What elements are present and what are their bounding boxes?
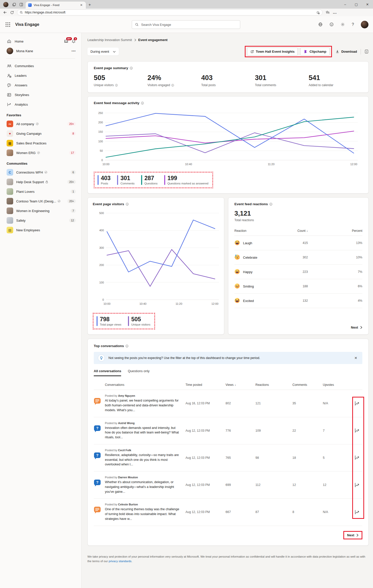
sidebar-item-storylines[interactable]: Storylines: [0, 90, 81, 100]
community-avatar: [7, 188, 13, 195]
back-icon[interactable]: [3, 10, 7, 14]
town-hall-event-insights-button[interactable]: Town Hall Event Insights: [247, 48, 298, 55]
col-percent[interactable]: Percent: [308, 229, 362, 233]
globe-icon[interactable]: [318, 22, 323, 27]
conversation-text[interactable]: At today's panel, we heard compelling ar…: [105, 398, 181, 412]
info-icon[interactable]: [141, 102, 144, 105]
info-icon[interactable]: [130, 67, 133, 70]
sidebar-item-home[interactable]: Home 20+ 3: [0, 36, 81, 46]
sidebar-item-analytics[interactable]: Analytics: [0, 100, 81, 109]
communities-item-new-employees[interactable]: ▤New Employees: [0, 225, 81, 235]
favorites-item-giving-campaign[interactable]: ♥Giving Campaign8: [0, 129, 81, 138]
communities-item-connections-wfh[interactable]: CConnections WFH 6: [0, 167, 81, 177]
communities-item-contoso-team-ux-desig[interactable]: Contoso Team UX (Desig... 20+: [0, 196, 81, 206]
community-label: Help Desk Support: [16, 180, 64, 184]
post-analytics-icon[interactable]: [354, 401, 362, 406]
conversation-text[interactable]: Resilience, adaptability, curiosity—so m…: [105, 453, 181, 467]
upvotes-value: N/A: [323, 510, 352, 514]
col-upvotes[interactable]: Upvotes: [323, 383, 352, 387]
upvotes-value: 12: [323, 483, 352, 487]
user-avatar[interactable]: [361, 21, 368, 28]
conversation-text[interactable]: Innovation often demands speed and inten…: [105, 426, 181, 440]
col-reaction[interactable]: Reaction: [234, 229, 283, 233]
svg-text:150: 150: [98, 130, 103, 133]
svg-text:?: ?: [96, 453, 98, 457]
sidebar-panel-icon[interactable]: [20, 3, 23, 6]
sort-desc-icon: ↓: [234, 383, 236, 387]
info-icon[interactable]: [269, 203, 272, 206]
browser-tab[interactable]: Viva Engage - Feed ✕: [26, 2, 86, 9]
info-icon[interactable]: [115, 84, 118, 87]
col-conversations[interactable]: Conversations: [105, 383, 185, 387]
unread-badge: 12: [69, 218, 76, 222]
clipchamp-button[interactable]: Clipchamp: [300, 48, 329, 55]
browser-profile-avatar[interactable]: [3, 2, 9, 7]
tab-close-icon[interactable]: ✕: [79, 3, 83, 7]
app-launcher-icon[interactable]: [6, 22, 10, 27]
conversation-text[interactable]: Whether it's about communication, delega…: [105, 480, 181, 494]
add-favorite-icon[interactable]: [316, 11, 320, 14]
banner-close-icon[interactable]: ✕: [353, 356, 358, 360]
window-maximize-button[interactable]: ▢: [351, 3, 362, 6]
feedback-smiley-icon[interactable]: [329, 22, 334, 27]
col-count[interactable]: Count ↓: [283, 229, 308, 233]
col-time-posted[interactable]: Time posted: [185, 383, 226, 387]
workspaces-icon[interactable]: [12, 3, 16, 7]
privacy-standards-link[interactable]: privacy standards: [109, 560, 132, 563]
communities-item-women-in-engineering[interactable]: Women in Engineering7: [0, 206, 81, 216]
info-icon[interactable]: [126, 203, 129, 206]
settings-gear-icon[interactable]: [341, 22, 345, 27]
visitors-title: Event page visitors: [93, 202, 124, 206]
sidebar-item-communities[interactable]: Communities: [0, 61, 81, 71]
conversation-text[interactable]: One of the recurring themes today was th…: [105, 507, 181, 521]
event-feed-message-activity-card: Event feed message activity 050100150200…: [87, 96, 369, 194]
info-icon[interactable]: [171, 84, 174, 87]
browser-menu-icon[interactable]: …: [333, 10, 337, 15]
upvotes-value: 7: [323, 429, 352, 432]
profile-more-icon[interactable]: •••: [71, 49, 76, 53]
report-info-icon[interactable]: [364, 49, 369, 54]
verified-icon: [58, 200, 61, 203]
metric-unique-visitors: 505Unique visitors: [128, 316, 150, 326]
metric-color-bar: [97, 316, 98, 326]
col-views[interactable]: Views ↓: [226, 383, 255, 387]
sidebar-item-answers[interactable]: Answers: [0, 80, 81, 90]
bell-icon[interactable]: 3: [71, 39, 76, 44]
url-bar[interactable]: https://engage.cloud.microsoft: [17, 9, 323, 15]
breadcrumb-parent[interactable]: Leadership Innovation Summit: [87, 38, 132, 42]
post-analytics-icon[interactable]: [354, 509, 362, 515]
communities-item-plant-lovers[interactable]: Plant Lovers1: [0, 187, 81, 196]
favorites-item-women-erg[interactable]: Women ERG 17: [0, 148, 81, 158]
favorites-bar-icon[interactable]: [326, 10, 330, 14]
col-comments[interactable]: Comments: [292, 383, 323, 387]
help-icon[interactable]: ?: [352, 22, 354, 27]
conversations-next-button[interactable]: Next: [347, 533, 359, 537]
lock-icon: [45, 180, 48, 183]
communities-item-help-desk-support[interactable]: Help Desk Support 20+: [0, 177, 81, 187]
post-analytics-icon[interactable]: [354, 482, 362, 488]
favorites-item-sales-best-practices[interactable]: ▦Sales Best Practices: [0, 138, 81, 148]
reactions-next-button[interactable]: Next: [351, 326, 362, 329]
download-button[interactable]: Download: [335, 50, 357, 53]
svg-text:12:00: 12:00: [211, 302, 218, 305]
col-reactions[interactable]: Reactions: [255, 383, 292, 387]
communities-item-safety[interactable]: Safety12: [0, 216, 81, 225]
new-tab-button[interactable]: +: [88, 2, 91, 7]
search-input[interactable]: Search Viva Engage: [132, 20, 240, 29]
favorites-item-all-company[interactable]: ∾All company 20+: [0, 119, 81, 129]
inbox-icon[interactable]: 20+: [64, 39, 68, 44]
svg-text:400: 400: [99, 229, 104, 232]
tab-questions-only[interactable]: Questions only: [128, 369, 150, 376]
info-icon[interactable]: [125, 345, 128, 348]
window-close-button[interactable]: ✕: [362, 3, 373, 6]
sidebar-item-leaders[interactable]: Leaders: [0, 71, 81, 80]
post-analytics-icon[interactable]: [354, 455, 362, 461]
post-analytics-icon[interactable]: [354, 428, 362, 433]
time-period-dropdown[interactable]: During event: [87, 48, 119, 55]
sidebar-item-profile[interactable]: Mona Kane •••: [0, 46, 81, 56]
tab-all-conversations[interactable]: All conversations: [94, 369, 121, 376]
refresh-icon[interactable]: [10, 11, 14, 14]
metric-value: 199: [167, 175, 209, 181]
window-minimize-button[interactable]: –: [340, 3, 351, 6]
summary-stat: 505Unique visitors: [94, 74, 147, 87]
